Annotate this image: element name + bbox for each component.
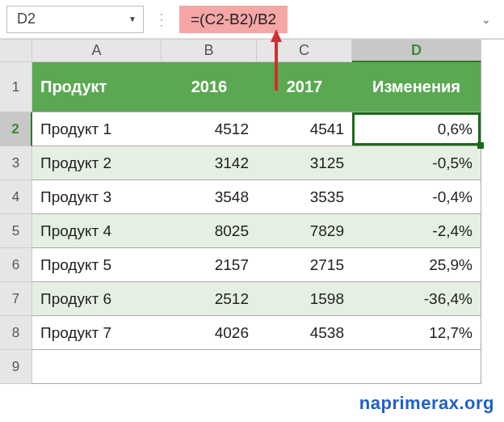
cell-a2[interactable]: Продукт 1 xyxy=(32,112,162,146)
cell-c6[interactable]: 2715 xyxy=(257,248,352,282)
cell-d7[interactable]: -36,4% xyxy=(352,282,481,316)
cell-c7[interactable]: 1598 xyxy=(257,282,352,316)
cell-b9[interactable] xyxy=(162,350,257,384)
cell-d6[interactable]: 25,9% xyxy=(352,248,481,282)
header-change[interactable]: Изменения xyxy=(352,62,481,112)
cell-b4[interactable]: 3548 xyxy=(162,180,257,214)
row-head-1[interactable]: 1 xyxy=(0,62,32,112)
col-head-a[interactable]: A xyxy=(32,40,162,62)
separator-icon: ⋮ xyxy=(152,10,171,29)
chevron-down-icon[interactable]: ▼ xyxy=(128,15,136,23)
row-head-8[interactable]: 8 xyxy=(0,316,32,350)
cell-a8[interactable]: Продукт 7 xyxy=(32,316,162,350)
cell-b6[interactable]: 2157 xyxy=(162,248,257,282)
cell-c9[interactable] xyxy=(257,350,352,384)
cell-c8[interactable]: 4538 xyxy=(257,316,352,350)
cell-b5[interactable]: 8025 xyxy=(162,214,257,248)
cell-a5[interactable]: Продукт 4 xyxy=(32,214,162,248)
cell-d5[interactable]: -2,4% xyxy=(352,214,481,248)
header-2017[interactable]: 2017 xyxy=(257,62,352,112)
cell-a9[interactable] xyxy=(32,350,162,384)
cell-d3[interactable]: -0,5% xyxy=(352,146,481,180)
col-head-d[interactable]: D xyxy=(352,40,481,62)
spreadsheet-grid[interactable]: A B C D 1 Продукт 2016 2017 Изменения 2 … xyxy=(0,39,504,384)
cell-d9[interactable] xyxy=(352,350,481,384)
col-head-c[interactable]: C xyxy=(257,40,352,62)
cell-a3[interactable]: Продукт 2 xyxy=(32,146,162,180)
annotation-arrow-line xyxy=(275,42,278,91)
cell-c4[interactable]: 3535 xyxy=(257,180,352,214)
row-head-4[interactable]: 4 xyxy=(0,180,32,214)
row-head-9[interactable]: 9 xyxy=(0,350,32,384)
formula-bar: D2 ▼ ⋮ =(C2-B2)/B2 ⌄ xyxy=(0,0,504,39)
formula-area[interactable]: =(C2-B2)/B2 xyxy=(179,6,473,33)
row-head-3[interactable]: 3 xyxy=(0,146,32,180)
col-head-b[interactable]: B xyxy=(162,40,257,62)
row-head-2[interactable]: 2 xyxy=(0,112,32,146)
cell-d4[interactable]: -0,4% xyxy=(352,180,481,214)
select-all-corner[interactable] xyxy=(0,40,32,62)
header-2016[interactable]: 2016 xyxy=(162,62,257,112)
cell-b3[interactable]: 3142 xyxy=(162,146,257,180)
cell-a7[interactable]: Продукт 6 xyxy=(32,282,162,316)
cell-b2[interactable]: 4512 xyxy=(162,112,257,146)
name-box[interactable]: D2 ▼ xyxy=(6,6,144,33)
header-product[interactable]: Продукт xyxy=(32,62,162,112)
cell-d8[interactable]: 12,7% xyxy=(352,316,481,350)
cell-b8[interactable]: 4026 xyxy=(162,316,257,350)
name-box-value: D2 xyxy=(17,11,36,27)
cell-c2[interactable]: 4541 xyxy=(257,112,352,146)
row-head-7[interactable]: 7 xyxy=(0,282,32,316)
cell-c5[interactable]: 7829 xyxy=(257,214,352,248)
expand-formula-icon[interactable]: ⌄ xyxy=(481,13,498,26)
cell-a6[interactable]: Продукт 5 xyxy=(32,248,162,282)
row-head-6[interactable]: 6 xyxy=(0,248,32,282)
cell-a4[interactable]: Продукт 3 xyxy=(32,180,162,214)
cell-b7[interactable]: 2512 xyxy=(162,282,257,316)
cell-d2[interactable]: 0,6% xyxy=(352,112,481,146)
watermark: naprimerax.org xyxy=(359,393,494,414)
row-head-5[interactable]: 5 xyxy=(0,214,32,248)
annotation-arrow-icon xyxy=(271,29,282,42)
cell-c3[interactable]: 3125 xyxy=(257,146,352,180)
